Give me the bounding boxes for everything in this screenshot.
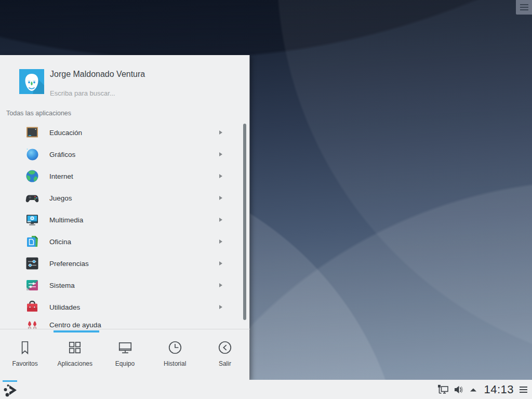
- category-item-education[interactable]: Educación: [0, 122, 250, 143]
- system-icon: [25, 278, 39, 292]
- category-item-games[interactable]: Juegos: [0, 187, 250, 209]
- breadcrumb: Todas las aplicaciones: [6, 110, 71, 117]
- tab-leave[interactable]: Salir: [200, 329, 250, 380]
- preferences-icon: [25, 256, 39, 271]
- scrollbar-track[interactable]: [242, 122, 247, 325]
- graphics-icon: [25, 147, 39, 162]
- app-launcher-button[interactable]: [2, 380, 22, 399]
- desktop: Jorge Maldonado Ventura Escriba para bus…: [0, 0, 532, 399]
- search-input[interactable]: Escriba para buscar...: [50, 89, 221, 97]
- scrollbar-thumb[interactable]: [243, 124, 246, 320]
- category-label: Gráficos: [49, 151, 75, 158]
- category-label: Multimedia: [49, 216, 83, 224]
- taskbar: 14:13: [0, 380, 532, 399]
- submenu-arrow-icon: [219, 196, 222, 200]
- category-label: Juegos: [49, 194, 72, 202]
- category-label: Educación: [49, 129, 82, 137]
- multimedia-icon: [25, 212, 39, 227]
- clock[interactable]: 14:13: [484, 383, 514, 396]
- tab-label: Historial: [164, 360, 186, 367]
- tab-label: Favoritos: [12, 360, 37, 367]
- panel-overflow-menu-icon[interactable]: [520, 387, 527, 393]
- category-item-internet[interactable]: Internet: [0, 165, 250, 187]
- active-tab-indicator: [54, 330, 99, 332]
- submenu-arrow-icon: [219, 130, 222, 135]
- tab-history[interactable]: Historial: [150, 329, 200, 380]
- user-name: Jorge Maldonado Ventura: [50, 70, 145, 79]
- category-item-multimedia[interactable]: Multimedia: [0, 209, 250, 231]
- education-icon: [25, 125, 39, 140]
- submenu-arrow-icon: [219, 305, 222, 309]
- games-icon: [25, 191, 39, 205]
- submenu-arrow-icon: [219, 218, 222, 222]
- submenu-arrow-icon: [219, 283, 222, 287]
- internet-icon: [25, 169, 39, 183]
- utilities-icon: [25, 300, 39, 314]
- category-item-graphics[interactable]: Gráficos: [0, 143, 250, 165]
- active-task-indicator: [3, 380, 17, 382]
- launcher-tab-bar: Favoritos Aplicaciones: [0, 329, 250, 380]
- category-label: Internet: [49, 172, 73, 180]
- category-label: Utilidades: [49, 303, 80, 311]
- help-center-icon: [25, 317, 39, 329]
- category-item-help-center[interactable]: Centro de ayuda: [0, 314, 250, 329]
- system-tray: 14:13: [436, 380, 527, 399]
- submenu-arrow-icon: [219, 152, 222, 156]
- category-item-preferences[interactable]: Preferencias: [0, 252, 250, 274]
- tab-computer[interactable]: Equipo: [100, 329, 150, 380]
- panel-toggle-button[interactable]: [516, 0, 532, 15]
- category-label: Preferencias: [49, 260, 89, 268]
- category-label: Sistema: [49, 282, 75, 289]
- submenu-arrow-icon: [219, 240, 222, 244]
- tab-favorites[interactable]: Favoritos: [0, 329, 50, 380]
- tab-label: Aplicaciones: [58, 360, 92, 367]
- submenu-arrow-icon: [219, 261, 222, 265]
- category-item-system[interactable]: Sistema: [0, 274, 250, 296]
- user-avatar[interactable]: [19, 69, 44, 94]
- category-item-office[interactable]: Oficina: [0, 231, 250, 252]
- tab-label: Equipo: [115, 360, 135, 367]
- category-label: Centro de ayuda: [49, 321, 101, 329]
- tab-label: Salir: [219, 360, 231, 367]
- office-icon: [25, 234, 39, 249]
- category-list: Educación Gráficos: [0, 122, 250, 329]
- category-label: Oficina: [49, 238, 71, 246]
- submenu-arrow-icon: [219, 174, 222, 178]
- application-launcher-menu: Jorge Maldonado Ventura Escriba para bus…: [0, 55, 250, 380]
- tab-applications[interactable]: Aplicaciones: [50, 329, 100, 380]
